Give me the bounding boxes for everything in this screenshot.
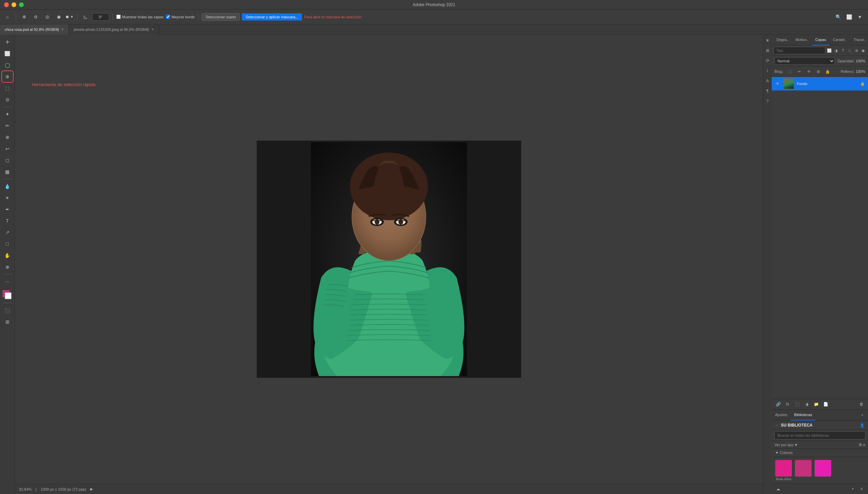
lasso-tool[interactable]: ◯ — [2, 60, 13, 71]
layers-search-input[interactable] — [774, 47, 825, 54]
extras-tool[interactable]: ··· — [2, 276, 13, 287]
quick-select-tool[interactable]: ⊕ — [2, 71, 13, 82]
history-brush[interactable]: ↩ — [2, 143, 13, 154]
open-mask-label[interactable]: Para abrir la máscara de selección — [304, 15, 362, 19]
improve-edge-checkbox[interactable]: Mejorar borde — [166, 15, 195, 19]
marquee-tool[interactable]: ⬜ — [2, 48, 13, 59]
tab-close-2[interactable]: ✕ — [151, 27, 154, 31]
tab-close-1[interactable]: ✕ — [61, 27, 64, 31]
layer-row-fondo[interactable]: 👁 Fondo 🔒 — [772, 77, 868, 91]
layer-filter-toggle[interactable]: ◉ — [861, 47, 866, 54]
grid-view-btn[interactable]: ⊞ — [859, 442, 862, 447]
close-button[interactable] — [4, 2, 9, 7]
lock-artboard-btn[interactable]: ⊞ — [814, 68, 822, 75]
search-icon[interactable]: 🔍 — [834, 13, 842, 21]
learn-panel-icon[interactable]: ? — [764, 98, 771, 105]
tab-pexels[interactable]: pexels-photo-1125328.jpeg al 96,5% (RGB/… — [69, 24, 159, 35]
blend-mode-select[interactable]: Normal — [774, 57, 835, 65]
shape-tool[interactable]: □ — [2, 239, 13, 249]
text-tool[interactable]: T — [2, 215, 13, 226]
link-layers-btn[interactable]: 🔗 — [774, 400, 782, 408]
add-mask-btn[interactable]: ⬛ — [793, 400, 801, 408]
lock-all-btn[interactable]: 🔒 — [824, 68, 831, 75]
list-view-btn[interactable]: ≡ — [863, 442, 865, 447]
gradient-tool[interactable]: ▦ — [2, 166, 13, 177]
swatch-2[interactable] — [795, 460, 812, 481]
view-type-button[interactable]: Ver por tipo ▼ — [774, 443, 798, 447]
layer-filter-adjust[interactable]: ◑ — [833, 47, 839, 54]
tab-ajustes[interactable]: Ajustes — [772, 410, 791, 420]
back-icon[interactable]: ← — [775, 423, 779, 427]
fill-value[interactable]: 100% — [856, 70, 865, 74]
history-panel-icon[interactable]: ⟳ — [764, 57, 771, 64]
add-adjustment-btn[interactable]: ◑ — [803, 400, 810, 408]
quick-selection-mode2[interactable]: ⊖ — [31, 12, 40, 22]
swatch-rosa-chica[interactable]: Rosa chica — [775, 460, 792, 481]
eraser-tool[interactable]: ◻ — [2, 155, 13, 166]
swatch-3[interactable] — [814, 460, 831, 481]
pen-tool[interactable]: ✒ — [2, 204, 13, 215]
panel-tab-trazar[interactable]: Trazar.. — [850, 35, 868, 45]
background-color[interactable] — [5, 292, 12, 299]
screen-mode[interactable]: ⬛ — [2, 305, 13, 316]
home-icon[interactable]: ⌂ — [3, 12, 12, 22]
user-icon[interactable]: 👤 — [860, 423, 865, 428]
list-options-btn[interactable]: ≡ — [858, 485, 865, 493]
select-apply-mask-button[interactable]: Seleccionar y aplicar máscara... — [242, 13, 302, 21]
show-all-layers-input[interactable] — [116, 15, 121, 19]
clone-stamp[interactable]: ⊗ — [2, 132, 13, 142]
eyedropper-tool[interactable]: ⊘ — [2, 94, 13, 105]
dodge-tool[interactable]: ☀ — [2, 192, 13, 203]
panel-tab-capas[interactable]: Capas — [812, 35, 830, 45]
crop-tool[interactable]: ⬚ — [2, 83, 13, 94]
cloud-icon[interactable]: ☁ — [774, 485, 782, 493]
blur-tool[interactable]: 💧 — [2, 181, 13, 192]
show-all-layers-checkbox[interactable]: Muestrar todas las capas — [116, 15, 164, 19]
swatch-color-2[interactable] — [795, 460, 812, 477]
workspace-icon[interactable]: ⬜ — [845, 13, 853, 21]
select-subject-button[interactable]: Seleccionar sujeto — [202, 13, 240, 21]
new-group-btn[interactable]: 📁 — [812, 400, 820, 408]
foreground-background-colors[interactable] — [1, 289, 14, 301]
view-mode[interactable]: ⊞ — [2, 317, 13, 327]
info-panel-icon[interactable]: i — [764, 67, 771, 75]
path-select[interactable]: ↗ — [2, 227, 13, 238]
window-controls[interactable] — [4, 2, 24, 7]
libraries-panel-icon[interactable]: ⊞ — [764, 47, 771, 54]
brush-tool[interactable]: ✏ — [2, 120, 13, 131]
layer-filter-smart[interactable]: ⊛ — [854, 47, 859, 54]
add-content-btn[interactable]: + — [849, 485, 856, 493]
new-layer-btn[interactable]: 📄 — [822, 400, 829, 408]
adjustments-panel-icon[interactable]: ≡ — [764, 37, 771, 44]
tab-bibliotecas[interactable]: Bibliotecas — [791, 410, 815, 420]
canvas-area[interactable]: Herramienta de selección rápida — [15, 35, 763, 484]
add-style-btn[interactable]: fx — [784, 400, 791, 408]
hand-tool[interactable]: ✋ — [2, 250, 13, 261]
para-panel-icon[interactable]: ¶ — [764, 88, 771, 95]
opacity-value[interactable]: 100% — [856, 59, 865, 63]
library-search-input[interactable] — [774, 431, 865, 439]
tab-chica-rosa[interactable]: chica rosa.psd al 92,8% (RGB/8) ✕ — [0, 24, 69, 35]
lock-move-btn[interactable]: ✛ — [805, 68, 812, 75]
arrange-icon[interactable]: ▼ — [856, 13, 864, 21]
status-arrow[interactable]: ▶ — [90, 487, 93, 491]
layer-filter-type[interactable]: T — [840, 47, 846, 54]
panel-tab-canales[interactable]: Canale.. — [829, 35, 850, 45]
panel-tab-motivo[interactable]: Motivo.. — [792, 35, 812, 45]
lock-transparent-btn[interactable]: ⬚ — [786, 68, 793, 75]
minimize-button[interactable] — [12, 2, 16, 7]
layer-filter-pixel[interactable]: ⬜ — [827, 47, 832, 54]
zoom-tool[interactable]: ⊕ — [2, 262, 13, 272]
move-tool[interactable]: ✛ — [2, 37, 13, 48]
improve-edge-input[interactable] — [166, 15, 170, 19]
swatch-color-1[interactable] — [775, 460, 792, 477]
heal-tool[interactable]: ✦ — [2, 109, 13, 120]
maximize-button[interactable] — [19, 2, 24, 7]
panel-tab-degrra[interactable]: Degra.. — [773, 35, 792, 45]
swatch-color-3[interactable] — [814, 460, 831, 477]
angle-icon[interactable]: ◺ — [81, 12, 90, 22]
layer-filter-shape[interactable]: □ — [847, 47, 852, 54]
quick-selection-mode1[interactable]: ⊕ — [19, 12, 29, 22]
delete-layer-btn[interactable]: 🗑 — [858, 400, 865, 408]
library-collapse-btn[interactable]: × — [858, 411, 866, 419]
